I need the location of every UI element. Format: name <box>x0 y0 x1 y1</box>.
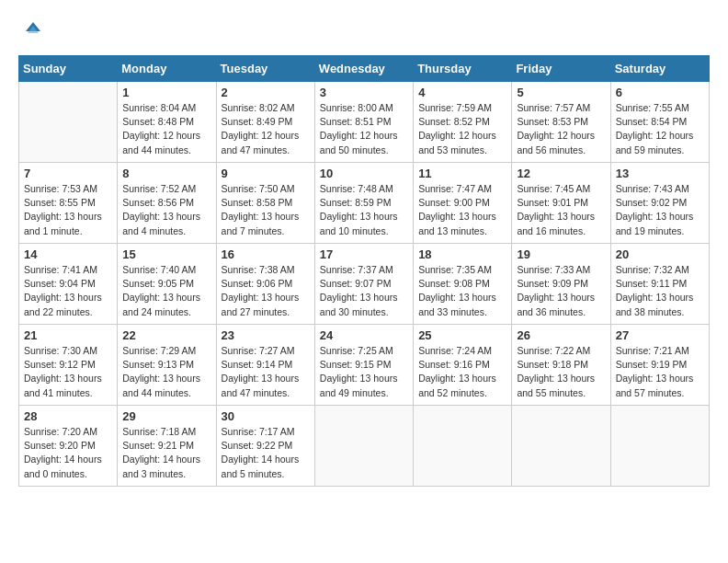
day-info: Sunrise: 7:37 AM Sunset: 9:07 PM Dayligh… <box>320 263 408 319</box>
logo-icon <box>22 18 44 40</box>
calendar-cell: 5Sunrise: 7:57 AM Sunset: 8:53 PM Daylig… <box>512 82 610 163</box>
day-info: Sunrise: 8:02 AM Sunset: 8:49 PM Dayligh… <box>222 101 310 157</box>
day-number: 4 <box>418 86 506 99</box>
calendar-cell: 18Sunrise: 7:35 AM Sunset: 9:08 PM Dayli… <box>414 244 512 325</box>
calendar-cell: 30Sunrise: 7:17 AM Sunset: 9:22 PM Dayli… <box>216 406 314 487</box>
day-number: 13 <box>616 167 704 180</box>
day-info: Sunrise: 7:29 AM Sunset: 9:13 PM Dayligh… <box>122 344 210 400</box>
calendar-header-row: SundayMondayTuesdayWednesdayThursdayFrid… <box>19 56 710 82</box>
day-info: Sunrise: 7:48 AM Sunset: 8:59 PM Dayligh… <box>320 182 408 238</box>
calendar-cell <box>512 406 610 487</box>
calendar-header-sunday: Sunday <box>19 56 118 82</box>
calendar-cell: 13Sunrise: 7:43 AM Sunset: 9:02 PM Dayli… <box>610 163 709 244</box>
calendar-cell: 11Sunrise: 7:47 AM Sunset: 9:00 PM Dayli… <box>414 163 512 244</box>
calendar-cell: 17Sunrise: 7:37 AM Sunset: 9:07 PM Dayli… <box>314 244 413 325</box>
day-info: Sunrise: 8:04 AM Sunset: 8:48 PM Dayligh… <box>122 101 210 157</box>
day-number: 25 <box>418 328 506 342</box>
calendar-week-3: 14Sunrise: 7:41 AM Sunset: 9:04 PM Dayli… <box>19 244 710 325</box>
calendar-cell: 24Sunrise: 7:25 AM Sunset: 9:15 PM Dayli… <box>314 325 413 406</box>
day-info: Sunrise: 7:21 AM Sunset: 9:19 PM Dayligh… <box>616 344 704 400</box>
day-info: Sunrise: 7:59 AM Sunset: 8:52 PM Dayligh… <box>418 101 506 157</box>
calendar-cell <box>610 406 709 487</box>
page-header <box>18 18 710 40</box>
day-info: Sunrise: 7:55 AM Sunset: 8:54 PM Dayligh… <box>616 101 704 157</box>
calendar-cell: 28Sunrise: 7:20 AM Sunset: 9:20 PM Dayli… <box>19 406 118 487</box>
calendar-cell: 3Sunrise: 8:00 AM Sunset: 8:51 PM Daylig… <box>314 82 413 163</box>
day-number: 9 <box>222 167 310 180</box>
calendar-cell <box>19 82 118 163</box>
calendar-cell: 22Sunrise: 7:29 AM Sunset: 9:13 PM Dayli… <box>118 325 216 406</box>
day-info: Sunrise: 7:24 AM Sunset: 9:16 PM Dayligh… <box>418 344 506 400</box>
day-info: Sunrise: 7:17 AM Sunset: 9:22 PM Dayligh… <box>222 425 310 481</box>
day-info: Sunrise: 7:33 AM Sunset: 9:09 PM Dayligh… <box>517 263 605 319</box>
calendar-cell: 9Sunrise: 7:50 AM Sunset: 8:58 PM Daylig… <box>216 163 314 244</box>
day-info: Sunrise: 7:45 AM Sunset: 9:01 PM Dayligh… <box>517 182 605 238</box>
calendar-week-5: 28Sunrise: 7:20 AM Sunset: 9:20 PM Dayli… <box>19 406 710 487</box>
day-number: 12 <box>517 167 605 180</box>
calendar-cell: 20Sunrise: 7:32 AM Sunset: 9:11 PM Dayli… <box>610 244 709 325</box>
calendar-cell: 7Sunrise: 7:53 AM Sunset: 8:55 PM Daylig… <box>19 163 118 244</box>
day-info: Sunrise: 7:50 AM Sunset: 8:58 PM Dayligh… <box>222 182 310 238</box>
day-info: Sunrise: 7:38 AM Sunset: 9:06 PM Dayligh… <box>222 263 310 319</box>
day-info: Sunrise: 7:20 AM Sunset: 9:20 PM Dayligh… <box>24 425 112 481</box>
day-info: Sunrise: 7:41 AM Sunset: 9:04 PM Dayligh… <box>24 263 112 319</box>
day-number: 18 <box>418 247 506 261</box>
day-number: 11 <box>418 167 506 180</box>
calendar-cell: 25Sunrise: 7:24 AM Sunset: 9:16 PM Dayli… <box>414 325 512 406</box>
calendar-cell: 15Sunrise: 7:40 AM Sunset: 9:05 PM Dayli… <box>118 244 216 325</box>
day-info: Sunrise: 7:30 AM Sunset: 9:12 PM Dayligh… <box>24 344 112 400</box>
calendar-cell: 1Sunrise: 8:04 AM Sunset: 8:48 PM Daylig… <box>118 82 216 163</box>
day-number: 29 <box>122 409 210 423</box>
day-number: 26 <box>517 328 605 342</box>
day-info: Sunrise: 8:00 AM Sunset: 8:51 PM Dayligh… <box>320 101 408 157</box>
calendar-cell: 26Sunrise: 7:22 AM Sunset: 9:18 PM Dayli… <box>512 325 610 406</box>
day-info: Sunrise: 7:32 AM Sunset: 9:11 PM Dayligh… <box>616 263 704 319</box>
calendar-week-1: 1Sunrise: 8:04 AM Sunset: 8:48 PM Daylig… <box>19 82 710 163</box>
day-info: Sunrise: 7:52 AM Sunset: 8:56 PM Dayligh… <box>122 182 210 238</box>
calendar-cell <box>414 406 512 487</box>
day-number: 20 <box>616 247 704 261</box>
day-info: Sunrise: 7:53 AM Sunset: 8:55 PM Dayligh… <box>24 182 112 238</box>
logo <box>18 18 44 40</box>
day-number: 2 <box>222 86 310 99</box>
day-number: 27 <box>616 328 704 342</box>
day-number: 24 <box>320 328 408 342</box>
calendar-header-monday: Monday <box>118 56 216 82</box>
calendar-cell: 29Sunrise: 7:18 AM Sunset: 9:21 PM Dayli… <box>118 406 216 487</box>
calendar-week-4: 21Sunrise: 7:30 AM Sunset: 9:12 PM Dayli… <box>19 325 710 406</box>
calendar-cell: 10Sunrise: 7:48 AM Sunset: 8:59 PM Dayli… <box>314 163 413 244</box>
day-info: Sunrise: 7:40 AM Sunset: 9:05 PM Dayligh… <box>122 263 210 319</box>
day-number: 7 <box>24 167 112 180</box>
calendar-cell: 23Sunrise: 7:27 AM Sunset: 9:14 PM Dayli… <box>216 325 314 406</box>
calendar-cell: 6Sunrise: 7:55 AM Sunset: 8:54 PM Daylig… <box>610 82 709 163</box>
day-number: 17 <box>320 247 408 261</box>
calendar-cell: 12Sunrise: 7:45 AM Sunset: 9:01 PM Dayli… <box>512 163 610 244</box>
calendar-header-wednesday: Wednesday <box>314 56 413 82</box>
day-number: 21 <box>24 328 112 342</box>
day-number: 15 <box>122 247 210 261</box>
calendar-table: SundayMondayTuesdayWednesdayThursdayFrid… <box>18 55 710 487</box>
day-number: 19 <box>517 247 605 261</box>
day-number: 14 <box>24 247 112 261</box>
day-number: 3 <box>320 86 408 99</box>
calendar-cell: 4Sunrise: 7:59 AM Sunset: 8:52 PM Daylig… <box>414 82 512 163</box>
day-number: 10 <box>320 167 408 180</box>
day-info: Sunrise: 7:47 AM Sunset: 9:00 PM Dayligh… <box>418 182 506 238</box>
day-number: 6 <box>616 86 704 99</box>
day-number: 23 <box>222 328 310 342</box>
calendar-week-2: 7Sunrise: 7:53 AM Sunset: 8:55 PM Daylig… <box>19 163 710 244</box>
day-info: Sunrise: 7:18 AM Sunset: 9:21 PM Dayligh… <box>122 425 210 481</box>
day-number: 16 <box>222 247 310 261</box>
day-info: Sunrise: 7:35 AM Sunset: 9:08 PM Dayligh… <box>418 263 506 319</box>
calendar-cell: 19Sunrise: 7:33 AM Sunset: 9:09 PM Dayli… <box>512 244 610 325</box>
day-number: 1 <box>122 86 210 99</box>
calendar-header-saturday: Saturday <box>610 56 709 82</box>
calendar-header-tuesday: Tuesday <box>216 56 314 82</box>
day-info: Sunrise: 7:25 AM Sunset: 9:15 PM Dayligh… <box>320 344 408 400</box>
day-info: Sunrise: 7:22 AM Sunset: 9:18 PM Dayligh… <box>517 344 605 400</box>
calendar-cell: 27Sunrise: 7:21 AM Sunset: 9:19 PM Dayli… <box>610 325 709 406</box>
day-info: Sunrise: 7:57 AM Sunset: 8:53 PM Dayligh… <box>517 101 605 157</box>
day-info: Sunrise: 7:27 AM Sunset: 9:14 PM Dayligh… <box>222 344 310 400</box>
day-number: 28 <box>24 409 112 423</box>
calendar-cell: 8Sunrise: 7:52 AM Sunset: 8:56 PM Daylig… <box>118 163 216 244</box>
